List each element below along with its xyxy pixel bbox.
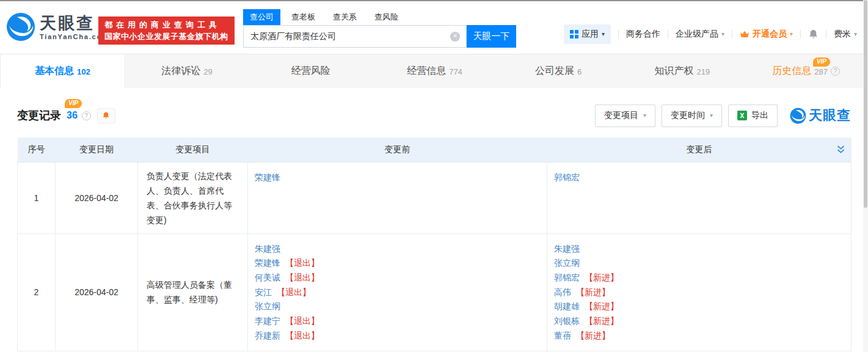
search-tab-company[interactable]: 查公司	[243, 9, 280, 25]
cell-before: 荣建锋	[248, 162, 547, 233]
subscribe-bell-button[interactable]	[97, 108, 115, 123]
tab-count: 219	[697, 67, 710, 76]
company-tab-bar: 基本信息102法律诉讼29经营风险经营信息774公司发展6知识产权219历史信息…	[0, 54, 868, 88]
person-line: 郭锦宏【新进】	[554, 271, 844, 285]
search-row: × 天眼一下	[243, 25, 516, 48]
person-link[interactable]: 安江	[255, 287, 272, 297]
tab-legal-proceedings[interactable]: 法律诉讼29	[125, 54, 249, 88]
section-toolbar: 变更项目 ▾ 变更时间 ▾ 导出 天眼查	[595, 105, 851, 127]
open-vip-menu[interactable]: 开通会员 ▾	[740, 29, 793, 40]
person-link[interactable]: 郭锦宏	[554, 172, 580, 182]
chevron-down-icon: ▾	[721, 31, 724, 37]
person-link[interactable]: 朱建强	[255, 244, 280, 254]
person-link[interactable]: 胡建雄	[554, 301, 580, 311]
person-link[interactable]: 乔建新	[255, 331, 280, 340]
person-link[interactable]: 郭锦宏	[554, 273, 580, 282]
person-link[interactable]: 李建宁	[255, 316, 280, 326]
search-input[interactable]	[243, 25, 467, 48]
tab-count: 6	[577, 67, 582, 76]
cell-before: 朱建强荣建锋【退出】何美诚【退出】安江【退出】张立纲李建宁【退出】乔建新【退出】	[248, 233, 547, 351]
user-menu[interactable]: 费米 ▾	[834, 29, 857, 40]
change-records-table: 序号 变更日期 变更项目 变更前 变更后 12026-04-02负责人变更（法定…	[17, 138, 852, 351]
header-after-label: 变更后	[687, 144, 712, 154]
search-tab-relation[interactable]: 查关系	[326, 9, 363, 25]
header-date: 变更日期	[56, 138, 138, 162]
tab-intellectual-property[interactable]: 知识产权219	[621, 54, 745, 88]
new-entry-tag: 【新进】	[585, 273, 619, 282]
filter-change-item-label: 变更项目	[604, 110, 638, 121]
search-tab-boss[interactable]: 查老板	[285, 9, 322, 25]
person-link[interactable]: 何美诚	[255, 273, 280, 282]
tab-label: 法律诉讼	[161, 65, 200, 78]
section-bar: VIP 变更记录 36 ? 变更项目 ▾ 变更时间 ▾ 导出	[17, 102, 851, 129]
tianyancha-logo[interactable]: 天眼查 TianYanCha.com	[6, 12, 109, 42]
tab-business-info[interactable]: 经营信息774	[373, 54, 497, 88]
business-cooperation-link[interactable]: 商务合作	[626, 29, 660, 40]
watermark-label: 天眼查	[809, 106, 851, 125]
scrollbar[interactable]	[863, 0, 868, 352]
person-link[interactable]: 张立纲	[255, 301, 280, 311]
tab-history-info[interactable]: 历史信息287VIP?	[744, 54, 868, 88]
person-link[interactable]: 朱建强	[554, 244, 580, 254]
filter-change-time-dropdown[interactable]: 变更时间 ▾	[662, 105, 722, 127]
person-link[interactable]: 刘银栋	[554, 316, 580, 326]
exit-tag: 【退出】	[277, 287, 311, 297]
tab-company-development[interactable]: 公司发展6	[497, 54, 621, 88]
cell-no: 1	[18, 162, 56, 233]
person-link[interactable]: 荣建锋	[255, 172, 280, 182]
divider	[668, 30, 668, 38]
person-link[interactable]: 董蓓	[554, 331, 571, 340]
apps-grid-icon	[570, 30, 578, 38]
export-button[interactable]: 导出	[728, 105, 778, 127]
excel-icon	[737, 111, 747, 120]
cell-after: 朱建强张立纲郭锦宏【新进】高伟【新进】胡建雄【新进】刘银栋【新进】董蓓【新进】	[547, 233, 852, 351]
cell-no: 2	[18, 233, 56, 351]
person-link[interactable]: 荣建锋	[255, 258, 280, 268]
header-no: 序号	[18, 138, 56, 162]
scrollbar-thumb[interactable]	[864, 0, 867, 208]
divider	[800, 30, 801, 38]
exit-tag: 【退出】	[285, 258, 319, 268]
promo-line1: 都在用的商业查询工具	[104, 19, 228, 31]
person-line: 何美诚【退出】	[255, 271, 540, 285]
person-line: 高伟【新进】	[554, 285, 844, 300]
tab-count: 102	[77, 67, 90, 76]
chevron-down-icon: ▾	[790, 31, 793, 37]
person-line: 朱建强	[554, 242, 844, 257]
person-line: 刘银栋【新进】	[554, 314, 844, 329]
person-line: 胡建雄【新进】	[554, 299, 844, 314]
table-row: 22026-04-02高级管理人员备案（董事、监事、经理等)朱建强荣建锋【退出】…	[18, 233, 852, 351]
person-line: 郭锦宏	[554, 170, 844, 185]
person-link[interactable]: 高伟	[554, 287, 571, 297]
apps-menu[interactable]: 应用 ▾	[564, 24, 611, 44]
search-tab-risk[interactable]: 查风险	[368, 9, 405, 25]
tab-operating-risk[interactable]: 经营风险	[249, 54, 373, 88]
section-title: 变更记录	[17, 108, 61, 123]
tab-basic-info[interactable]: 基本信息102	[0, 54, 125, 88]
chevron-down-icon: ▾	[602, 31, 605, 37]
clear-icon[interactable]: ×	[450, 32, 460, 42]
filter-change-item-dropdown[interactable]: 变更项目 ▾	[595, 105, 655, 127]
help-icon[interactable]: ?	[82, 111, 91, 120]
table-row: 12026-04-02负责人变更（法定代表人、负责人、首席代表、合伙事务执行人等…	[18, 162, 852, 233]
export-label: 导出	[751, 110, 768, 121]
person-link[interactable]: 张立纲	[554, 258, 580, 268]
collapse-double-chevron-icon[interactable]	[836, 145, 845, 155]
enterprise-products-menu[interactable]: 企业级产品 ▾	[676, 29, 724, 40]
divider	[618, 30, 619, 38]
open-vip-label: 开通会员	[753, 29, 787, 40]
header-before: 变更前	[248, 138, 547, 162]
search-area: 查公司查老板查关系查风险 × 天眼一下	[243, 9, 516, 48]
chevron-down-icon: ▾	[854, 31, 857, 37]
person-line: 董蓓【新进】	[554, 329, 844, 343]
tab-label: 基本信息	[35, 65, 74, 78]
enterprise-products-label: 企业级产品	[676, 29, 718, 40]
vip-badge: VIP	[65, 99, 82, 108]
notification-bell-icon[interactable]	[808, 29, 819, 40]
tianyancha-logo-icon	[6, 12, 35, 42]
exit-tag: 【退出】	[285, 316, 319, 326]
new-entry-tag: 【新进】	[585, 316, 619, 326]
promo-banner: 都在用的商业查询工具 国家中小企业发展子基金旗下机构	[98, 16, 235, 45]
help-icon[interactable]: ?	[831, 67, 840, 76]
search-button[interactable]: 天眼一下	[467, 25, 516, 48]
